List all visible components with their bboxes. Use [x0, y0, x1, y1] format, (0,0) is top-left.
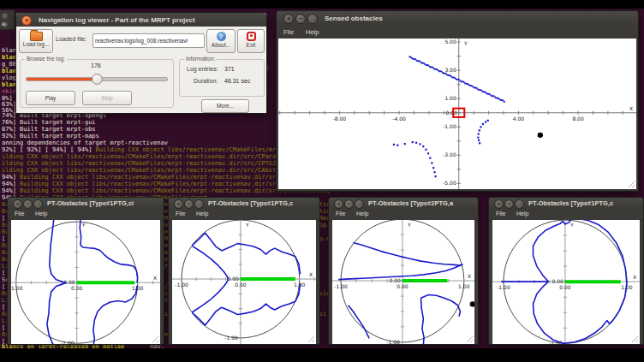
- obstacle-path: [349, 306, 369, 339]
- pt-obstacles-window-1: × − □ PT-Obstacles [Type#1PTG,ci File He…: [7, 197, 164, 345]
- obstacle-point: [480, 126, 481, 128]
- svg-text:0.00: 0.00: [390, 277, 402, 283]
- window-buttons-fragment: [1, 12, 15, 29]
- maximize-icon[interactable]: □: [515, 199, 524, 209]
- pt-obstacles-plot-2[interactable]: -1.000.001.00-1.000.00XY: [172, 220, 316, 344]
- minimize-icon[interactable]: −: [504, 199, 514, 209]
- pt2-svg: -1.000.001.00-1.000.00XY: [172, 220, 316, 344]
- minimize-icon[interactable]: −: [344, 199, 354, 209]
- svg-text:-4.00: -4.00: [392, 116, 406, 122]
- close-icon[interactable]: ×: [283, 14, 294, 24]
- load-log-button[interactable]: Load log...: [19, 29, 53, 53]
- svg-text:X: X: [153, 275, 157, 281]
- minimize-icon[interactable]: −: [184, 199, 194, 209]
- svg-text:Y: Y: [407, 222, 411, 228]
- pt-obstacles-window-2: × − □ PT-Obstacles [Type#1PTG,c File Hel…: [168, 197, 320, 345]
- close-icon[interactable]: ×: [174, 199, 183, 209]
- pt4-svg: -1.000.001.00-1.000.00XY: [492, 220, 640, 344]
- browse-group: Browse the log: 176 Play Stop: [20, 59, 174, 108]
- svg-text:-8.00: -8.00: [333, 116, 347, 122]
- minimize-icon[interactable]: −: [295, 14, 306, 24]
- pt2-titlebar[interactable]: × − □ PT-Obstacles [Type#1PTG,c: [169, 198, 319, 209]
- more-button[interactable]: More...: [201, 99, 249, 113]
- terminal-line: blan: [2, 68, 16, 74]
- svg-text:X: X: [629, 105, 633, 111]
- obstacle-point: [478, 133, 480, 134]
- sensed-obstacles-window: × − □ Sensed obstacles File Help -8.00-4…: [276, 10, 639, 192]
- svg-text:4.00: 4.00: [513, 116, 525, 122]
- svg-text:-3.00: -3.00: [443, 151, 456, 157]
- pt-obstacles-plot-1[interactable]: -1.000.001.00-1.000.00XY: [11, 220, 160, 344]
- window-title: Navigation log viewer - Part of the MRPT…: [39, 16, 195, 24]
- close-icon[interactable]: ×: [494, 199, 504, 209]
- target-dot: [470, 301, 474, 306]
- pt3-menubar: File Help: [329, 209, 478, 221]
- minimize-icon[interactable]: −: [23, 199, 33, 209]
- load-log-label: Load log...: [23, 41, 49, 47]
- terminal-line: g_08: [2, 61, 16, 68]
- navlog-titlebar[interactable]: × Navigation log viewer - Part of the MR…: [16, 13, 266, 27]
- menu-help[interactable]: Help: [516, 211, 528, 217]
- log-slider[interactable]: [26, 77, 168, 81]
- log-entries-label: Log entries:: [187, 66, 218, 72]
- obstacle-point: [429, 157, 431, 159]
- obstacle-point: [478, 139, 480, 141]
- svg-text:-1.00: -1.00: [334, 283, 348, 289]
- info-group-label: Information:: [184, 56, 217, 62]
- duration-label: Duration:: [194, 78, 218, 84]
- obstacle-point: [479, 129, 480, 131]
- menu-file[interactable]: File: [283, 28, 294, 36]
- duration-value: 46.31 sec: [224, 78, 250, 84]
- window-title: PT-Obstacles [Type#1PTG,c: [528, 199, 613, 207]
- menu-help[interactable]: Help: [356, 211, 368, 217]
- obstacle-point: [482, 123, 484, 125]
- play-button[interactable]: Play: [26, 91, 75, 105]
- close-icon[interactable]: ×: [13, 199, 22, 209]
- window-title: PT-Obstacles [Type#1PTG,c: [208, 199, 293, 207]
- stop-button[interactable]: Stop: [82, 91, 132, 105]
- svg-text:0.00: 0.00: [445, 110, 457, 116]
- pt4-titlebar[interactable]: × − □ PT-Obstacles [Type#1PTG,c: [489, 198, 643, 209]
- close-icon[interactable]: ×: [334, 199, 343, 209]
- pt1-titlebar[interactable]: × − □ PT-Obstacles [Type#1PTG,ci: [8, 198, 164, 209]
- menu-file[interactable]: File: [336, 211, 345, 217]
- pt-obstacles-plot-4[interactable]: -1.000.001.00-1.000.00XY: [492, 220, 640, 344]
- svg-text:0.00: 0.00: [228, 276, 240, 282]
- svg-text:Y: Y: [463, 40, 468, 46]
- exit-label: Exit: [247, 42, 256, 48]
- about-button[interactable]: ? About...: [206, 29, 236, 53]
- loaded-file-input[interactable]: reactivenav.logs/log_008.reactivenavl: [92, 33, 205, 48]
- maximize-icon[interactable]: □: [33, 199, 43, 209]
- sensed-titlebar[interactable]: × − □ Sensed obstacles: [277, 11, 638, 26]
- obstacle-path: [47, 220, 66, 344]
- terminal-line: ilding CXX object libs/reactivenav/CMake…: [2, 160, 298, 167]
- maximize-icon[interactable]: □: [355, 199, 364, 209]
- menu-help[interactable]: Help: [196, 211, 208, 217]
- maximize-icon[interactable]: □: [307, 14, 318, 24]
- navlog-body: Load log... Loaded file: reactivenav.log…: [16, 27, 266, 113]
- obstacle-path: [501, 281, 548, 282]
- obstacle-point: [434, 175, 436, 177]
- svg-text:X: X: [633, 274, 636, 280]
- maximize-icon[interactable]: □: [194, 199, 204, 209]
- obstacle-point: [432, 167, 434, 169]
- menu-help[interactable]: Help: [35, 211, 47, 217]
- close-icon[interactable]: ×: [21, 15, 32, 26]
- desktop-screen: blancblang_08blanvlogblannking0%]63%]56%…: [0, 0, 644, 362]
- menu-file[interactable]: File: [496, 211, 505, 217]
- menu-file[interactable]: File: [176, 211, 185, 217]
- resize-grip: [152, 336, 158, 342]
- slider-handle[interactable]: [92, 74, 103, 85]
- pt-obstacles-plot-3[interactable]: -1.000.001.00-1.000.00XY: [332, 220, 474, 344]
- svg-text:X: X: [309, 271, 313, 277]
- menu-file[interactable]: File: [15, 211, 24, 217]
- about-label: About...: [212, 42, 230, 48]
- sensed-obstacles-plot[interactable]: -8.00-4.004.008.005.003.001.00-1.00-3.00…: [278, 39, 636, 189]
- slider-fill: [27, 78, 96, 80]
- exit-button[interactable]: Exit: [237, 29, 265, 53]
- folder-icon: [30, 32, 43, 41]
- menu-help[interactable]: Help: [306, 28, 319, 36]
- pt3-titlebar[interactable]: × − □ PT-Obstacles [Type#2PTG,a: [329, 198, 478, 209]
- terminal-line: 76%] Built target mrpt-gui: [2, 119, 96, 126]
- info-group: Information: Log entries: 371 Duration: …: [179, 59, 265, 97]
